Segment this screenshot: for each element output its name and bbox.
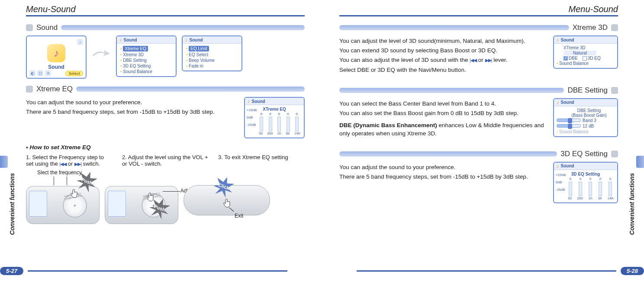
mini-screen xyxy=(29,191,47,217)
note-icon: ♪ xyxy=(557,100,559,105)
xeq-screenshot: ♪Sound XTreme EQ +15dB 0dB -15dB 0 0 0 0… xyxy=(244,97,305,138)
menu1-screen: ♪Sound Xtreme EQ Xtreme 3D DBE Setting 3… xyxy=(116,35,177,77)
x3d-block: You can adjust the level of 3D sound(min… xyxy=(339,35,618,76)
note-icon: ♪ xyxy=(557,37,559,42)
note-icon: ♪ xyxy=(248,99,250,104)
list-item: Fade in xyxy=(186,63,238,69)
menu2-screen: ♪Sound EQ Limit EQ Select Beep Volume Fa… xyxy=(182,35,242,71)
sound-screenshot-row: ♪ ♪ Sound ◐ ⊡ ☀ Select ♪Sound Xtreme EQ … xyxy=(26,35,305,79)
figure-select-freq: Slect the frequency + Push xyxy=(26,172,100,224)
xeq-text-1: You can adjust the sound to your prefere… xyxy=(26,99,235,106)
lever-right-icon: ▶▶| xyxy=(74,161,81,167)
step1: 1. Select the Frequency step to set usin… xyxy=(26,154,113,167)
xeq-text-2: There are 5 band frequency steps, set fr… xyxy=(26,108,235,116)
section-3deq-header: 3D EQ Setting xyxy=(339,150,618,158)
eq-x-axis: 50 200 1K 3K 14K xyxy=(248,131,301,135)
x3d-text-4: Select DBE or 3D EQ with the Navi/Menu b… xyxy=(339,66,548,74)
section-bar xyxy=(339,151,557,157)
hand-icon xyxy=(223,198,232,208)
figure-adjust-level: + Push Adjust level xyxy=(105,172,178,224)
list-item: Sound Balance xyxy=(557,61,615,66)
bullet-icon xyxy=(611,87,618,94)
lever-left-icon: |◀◀ xyxy=(470,57,477,64)
bullet-icon xyxy=(611,24,618,31)
caption-exit: Exit xyxy=(235,213,243,219)
side-label-left: Convenient functions xyxy=(9,173,16,235)
section-x3d-title: Xtreme 3D xyxy=(573,23,608,32)
x3d-text-3: You can also adjust the level of 3D soun… xyxy=(339,56,548,64)
list-item: Beep Volume xyxy=(186,58,238,63)
section-xeq-title: Xtreme EQ xyxy=(36,85,73,93)
lever-left-icon: |◀◀ xyxy=(59,161,66,167)
howto-heading: • How to set Xtreme EQ xyxy=(26,144,305,151)
list-item: 3D EQ Setting xyxy=(120,63,172,69)
x3d-text-2: You can extend 3D sound by selecting Bas… xyxy=(339,47,548,54)
page-footer-right: 5-28 xyxy=(357,266,644,275)
step3: 3. To exit Xtreme EQ setting xyxy=(218,154,305,167)
page-number-left: 5-27 xyxy=(0,267,23,275)
section-bar xyxy=(339,88,564,93)
section-bar xyxy=(339,25,569,30)
section-3deq-title: 3D EQ Setting xyxy=(560,150,608,158)
gain-row: 12 dB xyxy=(557,123,615,129)
list-item: ✓DBE 3D EQ xyxy=(557,56,615,61)
howto-row: 1. Select the Frequency step to set usin… xyxy=(26,154,305,167)
xeq-scr-title: ♪Sound xyxy=(245,98,304,105)
music-icon: ♪ xyxy=(77,39,83,45)
list-item: EQ Select xyxy=(186,52,238,58)
bullet-icon xyxy=(26,86,33,93)
slider-icon xyxy=(557,124,581,128)
note-icon: ♪ xyxy=(119,37,122,42)
caption-select-freq: Slect the frequency xyxy=(37,170,82,176)
note-icon: ♪ xyxy=(557,163,559,169)
list-item: EQ Limit xyxy=(186,45,238,52)
checkbox-off-icon xyxy=(583,56,587,61)
mini-icon-3: ☀ xyxy=(45,70,51,76)
menu2-title: ♪Sound xyxy=(183,36,242,44)
page-left: Convenient functions Menu-Sound Sound ♪ … xyxy=(0,0,322,282)
section-dbe-title: DBE Setting xyxy=(567,86,608,95)
dbe-text-3: DBE (Dynamic Bass Enhancement) enhances … xyxy=(339,122,548,137)
band-row: Band 3 xyxy=(557,118,615,123)
hero-label: Sound xyxy=(48,64,64,70)
section-xeq-header: Xtreme EQ xyxy=(26,85,305,93)
list-item: Sound Balance xyxy=(120,69,172,74)
eq3d-block: You can adjust the sound to your prefere… xyxy=(339,162,618,203)
page-header-right: Menu-Sound xyxy=(339,4,618,16)
select-badge: Select xyxy=(65,71,83,76)
menu2-list: EQ Limit EQ Select Beep Volume Fade in xyxy=(183,44,242,70)
section-sound-header: Sound xyxy=(26,23,305,32)
list-item: Xtreme 3D xyxy=(120,52,172,58)
slider-icon xyxy=(557,119,581,122)
eq-y-axis: +15dB 0dB -15dB xyxy=(247,108,257,127)
dbe-screenshot: ♪Sound DBE Setting (Bass Boost Gain) Ban… xyxy=(553,98,618,137)
page-header-left: Menu-Sound xyxy=(26,4,305,16)
footer-rule xyxy=(28,270,287,272)
side-stripe xyxy=(0,156,8,168)
menu1-list: Xtreme EQ Xtreme 3D DBE Setting 3D EQ Se… xyxy=(117,44,176,76)
page-number-right: 5-28 xyxy=(621,267,644,275)
section-sound-title: Sound xyxy=(36,23,58,32)
page-right: Convenient functions Menu-Sound Xtreme 3… xyxy=(322,0,644,282)
dbe-block: You can select the Bass Center Band leve… xyxy=(339,98,618,139)
mini-icon-1: ◐ xyxy=(29,70,35,76)
page-footer-left: 5-27 xyxy=(0,266,287,275)
list-item: DBE Setting xyxy=(557,108,615,113)
list-item: Natural xyxy=(557,50,615,56)
checkbox-on-icon: ✓ xyxy=(564,56,568,61)
bullet-icon xyxy=(26,24,33,31)
side-stripe xyxy=(636,156,644,168)
hero-sound-tile: ♪ ♪ Sound ◐ ⊡ ☀ Select xyxy=(26,35,87,79)
list-item: XTreme 3D xyxy=(557,45,615,50)
eq3d-screenshot: ♪Sound 3D EQ Setting +15dB 0dB -15dB 0 0… xyxy=(553,162,618,203)
figure-exit: Click Exit xyxy=(184,172,270,224)
footer-rule xyxy=(357,270,616,272)
menu1-title: ♪Sound xyxy=(117,36,176,44)
step2: 2. Adjust the level using the VOL + or V… xyxy=(122,154,209,167)
x3d-screenshot: ♪Sound XTreme 3D Natural ✓DBE 3D EQ Soun… xyxy=(553,35,618,69)
arrow-icon xyxy=(92,48,111,60)
dbe-text-2: You can also set the Bass Boost gain fro… xyxy=(339,109,548,117)
hand-icon xyxy=(71,189,79,199)
section-x3d-header: Xtreme 3D xyxy=(339,23,618,32)
side-label-right: Convenient functions xyxy=(628,173,635,235)
